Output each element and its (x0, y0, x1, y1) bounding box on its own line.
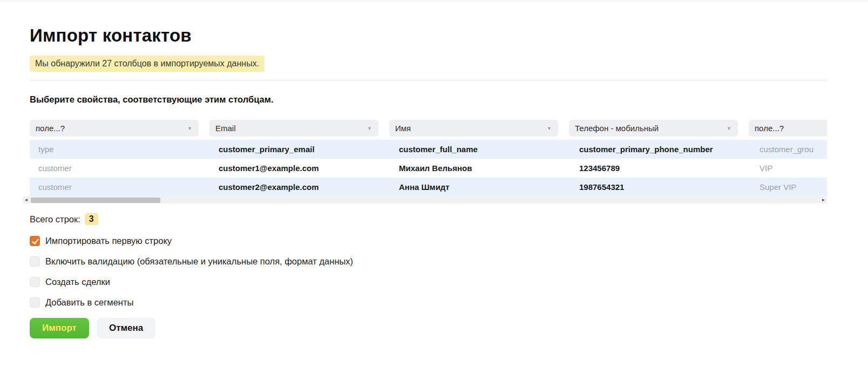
column-select-4[interactable]: Телефон - мобильный ▼ (569, 120, 738, 137)
action-buttons: Импорт Отмена (30, 318, 827, 338)
column-select-3[interactable]: Имя ▼ (389, 120, 558, 137)
option-create-deals[interactable]: Создать сделки (30, 277, 827, 287)
chevron-down-icon: ▼ (367, 126, 372, 131)
import-options: Импортировать первую строку Включить вал… (30, 236, 827, 308)
total-rows-badge: 3 (85, 213, 98, 225)
option-label: Импортировать первую строку (45, 236, 172, 246)
preview-cell: customer_primary_phone_number (571, 145, 751, 154)
option-label: Добавить в сегменты (45, 297, 133, 308)
preview-cell: Михаил Вельянов (390, 164, 571, 173)
preview-cell: 123456789 (571, 164, 751, 173)
preview-cell: customer_full_name (390, 145, 571, 154)
option-label: Включить валидацию (обязательные и уника… (45, 256, 353, 267)
chevron-down-icon: ▼ (547, 126, 552, 131)
column-select-1[interactable]: поле...? ▼ (30, 120, 199, 137)
scrollbar-track[interactable] (30, 196, 820, 203)
column-select-5-value: поле...? (755, 124, 784, 133)
preview-cell: customer_primary_email (210, 145, 390, 154)
columns-detected-banner: Мы обнаружили 27 столбцов в импортируемы… (30, 56, 265, 72)
option-enable-validation[interactable]: Включить валидацию (обязательные и уника… (30, 256, 827, 267)
preview-cell: customer_grou (751, 145, 827, 154)
column-mapping-row: поле...? ▼ Email ▼ Имя ▼ Телефон - мобил… (30, 120, 827, 137)
mapping-instruction: Выберите свойства, соответствующие этим … (30, 94, 827, 105)
table-row: customer customer2@example.com Анна Шмид… (30, 178, 827, 196)
table-row: customer customer1@example.com Михаил Ве… (30, 159, 827, 178)
checkbox-unchecked-icon[interactable] (30, 256, 40, 267)
preview-cell: 1987654321 (571, 182, 751, 192)
column-select-4-value: Телефон - мобильный (575, 124, 659, 133)
cancel-button[interactable]: Отмена (97, 318, 155, 338)
checkbox-unchecked-icon[interactable] (30, 277, 40, 287)
preview-cell: customer1@example.com (210, 164, 390, 173)
page-title: Импорт контактов (30, 25, 827, 46)
import-button[interactable]: Импорт (30, 318, 89, 338)
preview-cell: Super VIP (751, 182, 827, 192)
column-select-3-value: Имя (395, 124, 411, 133)
preview-cell: customer2@example.com (210, 182, 390, 192)
column-select-2-value: Email (215, 124, 236, 133)
table-row: type customer_primary_email customer_ful… (30, 140, 827, 159)
scroll-right-arrow-icon[interactable]: ► (820, 196, 827, 203)
import-contacts-page: Импорт контактов Мы обнаружили 27 столбц… (0, 3, 868, 338)
preview-cell: Анна Шмидт (390, 182, 571, 192)
checkbox-checked-icon[interactable] (30, 236, 40, 246)
preview-cell: VIP (751, 164, 827, 173)
preview-cell: customer (30, 182, 210, 192)
option-import-first-row[interactable]: Импортировать первую строку (30, 236, 827, 246)
chevron-down-icon: ▼ (187, 126, 192, 131)
horizontal-scrollbar[interactable]: ◄ ► (23, 196, 827, 203)
column-select-2[interactable]: Email ▼ (209, 120, 378, 137)
checkbox-unchecked-icon[interactable] (30, 297, 40, 308)
total-rows-label: Всего строк: (30, 214, 80, 225)
option-label: Создать сделки (45, 277, 110, 287)
chevron-down-icon: ▼ (727, 126, 731, 131)
column-select-5[interactable]: поле...? ▼ (749, 120, 827, 137)
preview-cell: customer (30, 164, 210, 173)
total-rows-line: Всего строк: 3 (30, 213, 827, 225)
scroll-left-arrow-icon[interactable]: ◄ (23, 196, 30, 203)
option-add-to-segments[interactable]: Добавить в сегменты (30, 297, 827, 308)
scrollbar-thumb[interactable] (31, 198, 160, 203)
section-divider (30, 80, 827, 80)
column-select-1-value: поле...? (36, 124, 65, 133)
data-preview-table: type customer_primary_email customer_ful… (30, 140, 827, 196)
preview-cell: type (30, 145, 210, 154)
